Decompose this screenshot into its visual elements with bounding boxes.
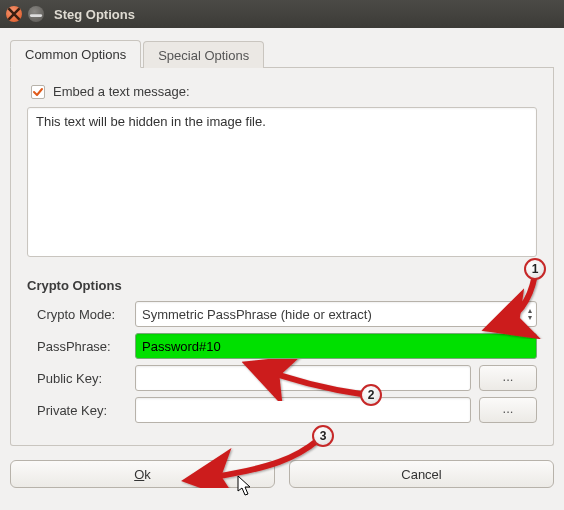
tab-special-options[interactable]: Special Options xyxy=(143,41,264,68)
window-title: Steg Options xyxy=(54,7,135,22)
checkmark-icon xyxy=(32,86,44,98)
spin-arrows-icon: ▴▾ xyxy=(528,307,532,321)
cancel-label: Cancel xyxy=(401,467,441,482)
public-key-label: Public Key: xyxy=(27,371,127,386)
crypto-mode-row: Crypto Mode: Symmetric PassPhrase (hide … xyxy=(27,301,537,327)
private-key-row: Private Key: ... xyxy=(27,397,537,423)
embed-checkbox-row: Embed a text message: xyxy=(31,84,537,99)
passphrase-label: PassPhrase: xyxy=(27,339,127,354)
window-minimize-icon[interactable] xyxy=(28,6,44,22)
tab-page-common: Embed a text message: Crypto Options Cry… xyxy=(10,68,554,446)
embed-checkbox-label: Embed a text message: xyxy=(53,84,190,99)
private-key-label: Private Key: xyxy=(27,403,127,418)
ok-button[interactable]: Ok xyxy=(10,460,275,488)
tab-label: Special Options xyxy=(158,48,249,63)
crypto-mode-value: Symmetric PassPhrase (hide or extract) xyxy=(142,307,372,322)
passphrase-input[interactable] xyxy=(135,333,537,359)
dialog-body: Common Options Special Options Embed a t… xyxy=(0,28,564,500)
public-key-row: Public Key: ... xyxy=(27,365,537,391)
crypto-mode-select[interactable]: Symmetric PassPhrase (hide or extract) ▴… xyxy=(135,301,537,327)
passphrase-row: PassPhrase: xyxy=(27,333,537,359)
embed-text-checkbox[interactable] xyxy=(31,85,45,99)
tab-common-options[interactable]: Common Options xyxy=(10,40,141,68)
browse-label: ... xyxy=(503,401,514,416)
crypto-mode-label: Crypto Mode: xyxy=(27,307,127,322)
ok-label: Ok xyxy=(134,467,151,482)
tab-bar: Common Options Special Options xyxy=(10,38,554,68)
tab-label: Common Options xyxy=(25,47,126,62)
window-close-icon[interactable] xyxy=(6,6,22,22)
cancel-button[interactable]: Cancel xyxy=(289,460,554,488)
crypto-options-header: Crypto Options xyxy=(27,278,537,293)
dialog-button-row: Ok Cancel xyxy=(10,460,554,488)
embed-text-area[interactable] xyxy=(27,107,537,257)
window-titlebar: Steg Options xyxy=(0,0,564,28)
private-key-browse-button[interactable]: ... xyxy=(479,397,537,423)
public-key-browse-button[interactable]: ... xyxy=(479,365,537,391)
public-key-input[interactable] xyxy=(135,365,471,391)
private-key-input[interactable] xyxy=(135,397,471,423)
browse-label: ... xyxy=(503,369,514,384)
